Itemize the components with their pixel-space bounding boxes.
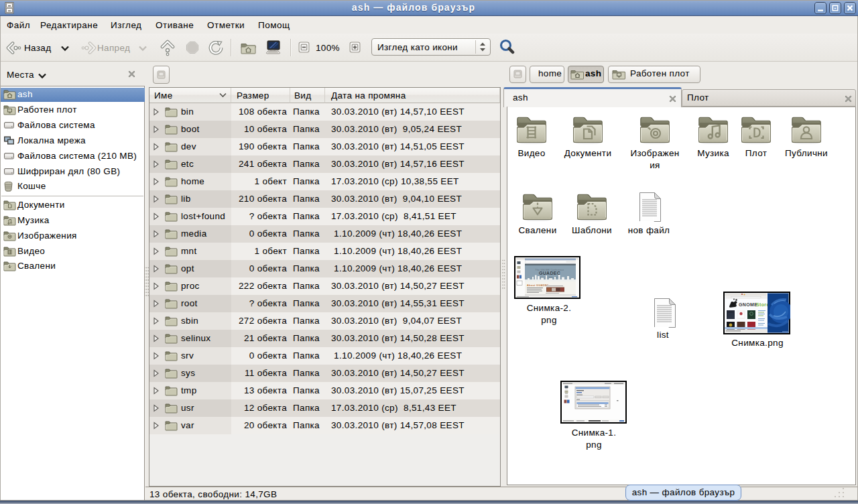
- svg-text:GNOME: GNOME: [739, 302, 757, 307]
- svg-text:Store: Store: [756, 302, 770, 307]
- svg-text:GUADEC: GUADEC: [539, 271, 560, 275]
- svg-text:About GUADEC: About GUADEC: [527, 284, 549, 287]
